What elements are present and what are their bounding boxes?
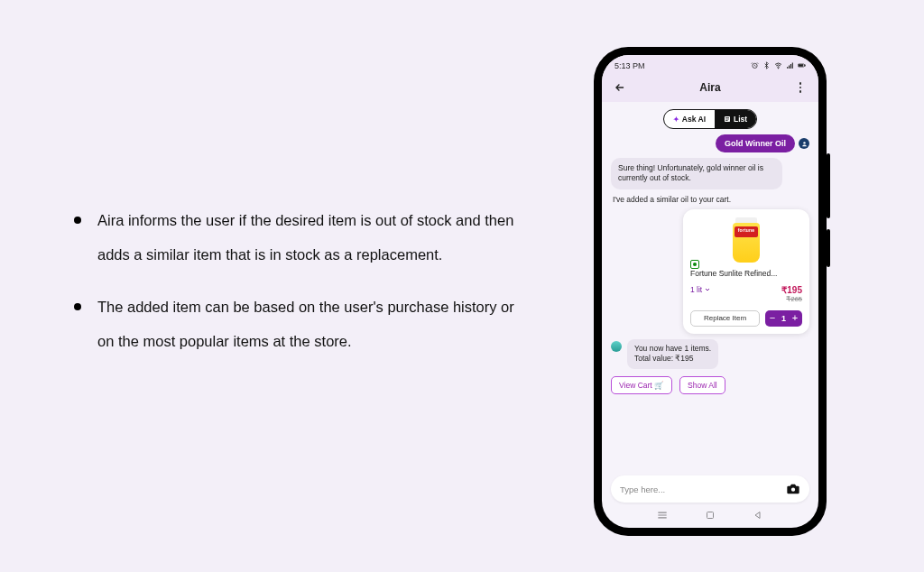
summary-line: You now have 1 items.: [634, 344, 711, 354]
bot-message-bubble: Sure thing! Unfortunately, gold winner o…: [611, 158, 782, 189]
summary-row: You now have 1 items. Total value: ₹195: [611, 339, 809, 369]
bullet-item: The added item can be based on the user'…: [70, 291, 522, 359]
wifi-icon: [774, 61, 782, 69]
message-input-bar: [611, 475, 809, 503]
app-header: Aira: [602, 73, 818, 102]
menu-lines-icon: [656, 509, 669, 521]
bot-message-row: Sure thing! Unfortunately, gold winner o…: [611, 158, 809, 189]
bullet-list: Aira informs the user if the desired ite…: [70, 204, 522, 359]
product-name: Fortune Sunlite Refined...: [690, 269, 802, 278]
alarm-icon: [751, 61, 759, 69]
camera-icon[interactable]: [786, 482, 800, 496]
qty-increment-button[interactable]: +: [788, 310, 802, 327]
battery-icon: [798, 61, 806, 69]
svg-rect-4: [790, 64, 791, 69]
bot-message-plain: I've added a similar oil to your cart.: [611, 195, 809, 204]
svg-rect-10: [725, 117, 729, 118]
qty-decrement-button[interactable]: −: [765, 310, 780, 327]
svg-rect-2: [787, 67, 788, 69]
person-icon: [801, 141, 808, 147]
svg-rect-12: [725, 120, 728, 121]
segment-list[interactable]: List: [715, 110, 756, 128]
product-pack-brand: fortune: [733, 227, 760, 233]
price-block: ₹195 ₹265: [781, 285, 802, 303]
cta-row: View Cart 🛒 Show All: [611, 376, 809, 394]
recents-button[interactable]: [656, 509, 669, 521]
quantity-stepper: − 1 +: [765, 310, 802, 327]
unit-value: 1 lit: [690, 285, 702, 294]
svg-rect-11: [725, 119, 729, 120]
list-icon: [724, 115, 731, 123]
phone-frame: 5:13 PM Aira ✦ Ask AI: [594, 47, 827, 536]
phone-volume-button: [827, 153, 830, 218]
back-button[interactable]: [611, 78, 629, 97]
segment-ask-ai[interactable]: ✦ Ask AI: [664, 110, 715, 128]
svg-rect-8: [799, 64, 803, 66]
mode-segmented-control: ✦ Ask AI List: [602, 102, 818, 134]
status-icons: [751, 61, 806, 69]
square-icon: [705, 510, 716, 521]
status-time: 5:13 PM: [614, 61, 645, 70]
qty-value: 1: [780, 314, 788, 323]
svg-rect-3: [789, 66, 790, 69]
phone-power-button: [827, 229, 830, 267]
svg-point-13: [803, 142, 805, 143]
more-options-button[interactable]: [791, 78, 809, 97]
view-cart-button[interactable]: View Cart 🛒: [611, 376, 672, 394]
user-avatar: [799, 138, 809, 149]
sparkle-icon: ✦: [673, 115, 679, 124]
signal-icon: [786, 61, 794, 69]
svg-rect-15: [707, 512, 713, 519]
product-mrp: ₹265: [781, 295, 802, 303]
product-image: fortune: [721, 215, 772, 265]
svg-rect-7: [805, 65, 806, 66]
svg-rect-5: [792, 63, 793, 69]
segment-label: List: [734, 115, 747, 124]
android-nav-bar: [602, 506, 818, 528]
user-message-bubble: Gold Winner Oil: [716, 134, 795, 152]
cart-summary-bubble: You now have 1 items. Total value: ₹195: [627, 339, 718, 369]
svg-point-14: [791, 488, 795, 492]
product-card[interactable]: fortune Fortune Sunlite Refined... 1 lit…: [683, 209, 809, 334]
bot-avatar: [611, 341, 622, 352]
user-message-row: Gold Winner Oil: [611, 134, 809, 152]
svg-point-1: [778, 68, 779, 69]
description-panel: Aira informs the user if the desired ite…: [70, 204, 522, 377]
replace-item-button[interactable]: Replace Item: [690, 310, 760, 327]
home-button[interactable]: [704, 509, 716, 521]
triangle-left-icon: [753, 510, 763, 521]
arrow-left-icon: [614, 81, 626, 94]
summary-line: Total value: ₹195: [634, 354, 711, 364]
chat-area: Gold Winner Oil Sure thing! Unfortunatel…: [602, 134, 818, 470]
show-all-button[interactable]: Show All: [679, 376, 725, 394]
status-bar: 5:13 PM: [602, 55, 818, 73]
message-input[interactable]: [620, 484, 779, 494]
veg-indicator-icon: [690, 260, 699, 269]
back-nav-button[interactable]: [752, 509, 764, 521]
product-price: ₹195: [781, 285, 802, 295]
bluetooth-icon: [762, 61, 771, 69]
bullet-item: Aira informs the user if the desired ite…: [70, 204, 522, 272]
unit-selector[interactable]: 1 lit: [690, 285, 711, 294]
segment-label: Ask AI: [682, 115, 706, 124]
chevron-down-icon: [704, 286, 711, 293]
page-title: Aira: [602, 81, 818, 94]
phone-screen: 5:13 PM Aira ✦ Ask AI: [602, 55, 818, 528]
